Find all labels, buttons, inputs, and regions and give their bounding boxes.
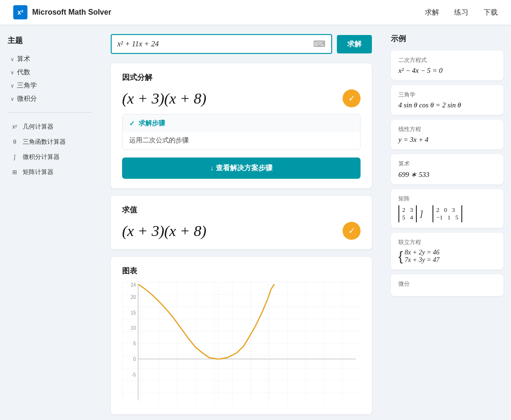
example-card-matrix[interactable]: 矩阵 23 54 ] 203 −115 xyxy=(391,189,503,228)
example-category-system: 联立方程 xyxy=(398,238,496,246)
sidebar-tool-label-matrix: 矩阵计算器 xyxy=(23,168,53,176)
search-bar: ⌨ 求解 xyxy=(111,34,372,54)
brace-icon: { xyxy=(398,250,403,263)
example-card-quadratic[interactable]: 二次方程式 x² − 4x − 5 = 0 xyxy=(391,51,503,80)
header-left: x² Microsoft Math Solver xyxy=(13,5,111,19)
system-eq-2: 7x + 3y = 47 xyxy=(405,256,439,264)
matrix-display: 23 54 ] 203 −115 xyxy=(398,205,496,222)
sidebar-label-algebra: 代数 xyxy=(17,68,30,77)
example-card-linear[interactable]: 线性方程 y = 3x + 4 xyxy=(391,120,503,149)
matrix-left: 23 54 xyxy=(398,205,417,222)
sidebar-tool-geometry[interactable]: x² 几何计算器 xyxy=(8,119,92,134)
system-brace: { 8x + 2y = 46 7x + 3y = 47 xyxy=(398,249,496,264)
example-formula-linear: y = 3x + 4 xyxy=(398,136,496,144)
svg-text:24: 24 xyxy=(131,282,136,288)
steps-header[interactable]: ✓ 求解步骤 xyxy=(123,114,360,132)
sidebar-tool-label-geometry: 几何计算器 xyxy=(23,122,53,131)
sidebar-tool-label-trig: 三角函数计算器 xyxy=(23,138,66,146)
svg-text:-5: -5 xyxy=(132,372,136,377)
evaluation-title: 求值 xyxy=(122,205,361,215)
view-steps-button[interactable]: ↓ 查看解决方案步骤 xyxy=(122,158,361,179)
factorization-formula-row: (x + 3)(x + 8) ✓ xyxy=(122,89,361,107)
sidebar-item-trigonometry[interactable]: ∨ 三角学 xyxy=(8,79,92,92)
logo-icon: x² xyxy=(13,5,27,19)
matrix-row-1: 23 xyxy=(402,206,413,214)
steps-section: ✓ 求解步骤 运用二次公式的步骤 xyxy=(122,114,361,150)
app-title: Microsoft Math Solver xyxy=(32,8,111,17)
sidebar-tool-trig[interactable]: θ 三角函数计算器 xyxy=(8,134,92,149)
steps-sub: 运用二次公式的步骤 xyxy=(123,132,360,149)
example-formula-arithmetic: 699 ∗ 533 xyxy=(398,170,496,179)
example-card-arithmetic[interactable]: 算术 699 ∗ 533 xyxy=(391,154,503,184)
factorization-check-badge: ✓ xyxy=(343,89,361,107)
example-category-trig: 三角学 xyxy=(398,91,496,99)
factorization-title: 因式分解 xyxy=(122,73,361,83)
keyboard-icon[interactable]: ⌨ xyxy=(313,39,326,49)
sidebar-divider xyxy=(8,112,92,113)
chevron-icon: ∨ xyxy=(10,70,14,76)
chart-svg: 24 20 15 10 5 0 -5 xyxy=(122,282,361,405)
chevron-icon: ∨ xyxy=(10,56,14,62)
factorization-card: 因式分解 (x + 3)(x + 8) ✓ ✓ 求解步骤 运用二次公式的步骤 ↓… xyxy=(111,63,372,188)
svg-text:20: 20 xyxy=(131,295,136,300)
sidebar-title: 主题 xyxy=(8,36,92,46)
chart-title: 图表 xyxy=(122,266,361,276)
example-card-differential[interactable]: 微分 xyxy=(391,274,503,296)
evaluation-card: 求值 (x + 3)(x + 8) ✓ xyxy=(111,196,372,249)
matrix-row-2: 54 xyxy=(402,214,413,221)
matrix-icon: ⊞ xyxy=(10,168,19,176)
chart-area: 24 20 15 10 5 0 -5 xyxy=(122,282,361,405)
svg-text:5: 5 xyxy=(133,341,136,346)
chevron-icon: ∨ xyxy=(10,83,14,89)
sidebar-tool-label-calculus: 微积分计算器 xyxy=(23,153,60,161)
sidebar-label-arithmetic: 算术 xyxy=(17,55,30,63)
example-category-linear: 线性方程 xyxy=(398,125,496,133)
sidebar-item-arithmetic[interactable]: ∨ 算术 xyxy=(8,52,92,66)
sidebar: 主题 ∨ 算术 ∨ 代数 ∨ 三角学 ∨ 微积分 x² 几何计算器 θ 三角函数… xyxy=(0,25,99,420)
evaluation-formula: (x + 3)(x + 8) xyxy=(122,222,206,240)
sidebar-item-calculus[interactable]: ∨ 微积分 xyxy=(8,92,92,105)
search-input[interactable] xyxy=(117,40,313,48)
system-eq-1: 8x + 2y = 46 xyxy=(405,249,439,256)
example-card-system[interactable]: 联立方程 { 8x + 2y = 46 7x + 3y = 47 xyxy=(391,233,503,270)
nav-download[interactable]: 下载 xyxy=(484,8,498,17)
nav-practice[interactable]: 练习 xyxy=(454,8,468,17)
example-card-trig[interactable]: 三角学 4 sin θ cos θ = 2 sin θ xyxy=(391,85,503,115)
factorization-formula: (x + 3)(x + 8) xyxy=(122,90,206,107)
header: x² Microsoft Math Solver 求解 练习 下载 xyxy=(0,0,511,25)
example-formula-quadratic: x² − 4x − 5 = 0 xyxy=(398,67,496,75)
evaluation-formula-row: (x + 3)(x + 8) ✓ xyxy=(122,222,361,240)
header-nav: 求解 练习 下载 xyxy=(425,8,498,17)
calculus-icon: ∫ xyxy=(10,153,19,161)
steps-check-icon: ✓ xyxy=(129,120,135,127)
svg-text:10: 10 xyxy=(131,325,136,331)
eq-lines: 8x + 2y = 46 7x + 3y = 47 xyxy=(405,249,439,264)
sidebar-label-trigonometry: 三角学 xyxy=(17,81,37,90)
chart-card: 图表 24 20 15 10 5 0 xyxy=(111,257,372,414)
search-input-wrapper[interactable]: ⌨ xyxy=(111,34,332,54)
example-category-arithmetic: 算术 xyxy=(398,160,496,168)
sidebar-tool-calculus[interactable]: ∫ 微积分计算器 xyxy=(8,149,92,165)
example-category-differential: 微分 xyxy=(398,280,496,288)
steps-label: 求解步骤 xyxy=(139,119,165,128)
matrix-row-4: −115 xyxy=(436,214,458,221)
svg-text:15: 15 xyxy=(131,310,136,315)
main-layout: 主题 ∨ 算术 ∨ 代数 ∨ 三角学 ∨ 微积分 x² 几何计算器 θ 三角函数… xyxy=(0,25,511,420)
sidebar-label-calculus: 微积分 xyxy=(17,95,37,103)
geometry-icon: x² xyxy=(10,122,19,131)
solve-button[interactable]: 求解 xyxy=(337,35,372,53)
matrix-right: 203 −115 xyxy=(432,205,462,222)
example-category-matrix: 矩阵 xyxy=(398,195,496,203)
sidebar-item-algebra[interactable]: ∨ 代数 xyxy=(8,66,92,79)
sidebar-tool-matrix[interactable]: ⊞ 矩阵计算器 xyxy=(8,165,92,180)
matrix-row-3: 203 xyxy=(436,206,458,214)
evaluation-check-badge: ✓ xyxy=(343,222,361,240)
nav-solve[interactable]: 求解 xyxy=(425,8,439,17)
right-sidebar: 示例 二次方程式 x² − 4x − 5 = 0 三角学 4 sin θ cos… xyxy=(383,25,511,420)
svg-text:0: 0 xyxy=(133,357,136,362)
example-formula-trig: 4 sin θ cos θ = 2 sin θ xyxy=(398,101,496,109)
example-category-quadratic: 二次方程式 xyxy=(398,56,496,64)
chevron-icon: ∨ xyxy=(10,96,14,102)
main-content: ⌨ 求解 因式分解 (x + 3)(x + 8) ✓ ✓ 求解步骤 运用二次公式… xyxy=(99,25,383,420)
examples-title: 示例 xyxy=(391,34,503,44)
